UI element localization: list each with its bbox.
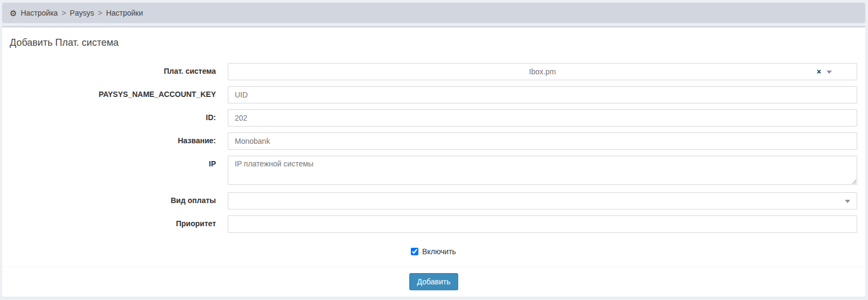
ip-textarea[interactable]: IP платежной системы [228,156,857,185]
chevron-down-icon[interactable] [827,71,832,74]
paysys-label: Плат. система [10,63,228,75]
id-input[interactable] [228,109,857,127]
account-key-input[interactable] [228,86,857,103]
page-title: Добавить Плат. система [10,37,857,48]
enable-checkbox-label[interactable]: Включить [422,247,456,256]
form-row-ip: IP IP платежной системы [10,156,857,186]
enable-checkbox-row: Включить [10,247,857,256]
add-button[interactable]: Добавить [409,273,459,290]
paysys-select[interactable]: Ibox.pm × [228,63,857,80]
form-row-paysys: Плат. система Ibox.pm × [10,63,857,80]
breadcrumb-item-nastroyki[interactable]: Настройки [106,9,143,17]
form-row-payment-type: Вид оплаты [10,192,857,210]
name-input[interactable] [228,132,857,150]
breadcrumb-item-nastroyka[interactable]: Настройка [20,9,58,17]
gear-icon: ⚙ [10,9,17,17]
enable-checkbox[interactable] [411,248,418,255]
breadcrumb: ⚙ Настройка > Paysys > Настройки [2,3,865,23]
breadcrumb-item-paysys[interactable]: Paysys [70,9,94,17]
paysys-selected-value: Ibox.pm [529,67,556,76]
form-row-id: ID: [10,109,857,127]
name-label: Название: [10,132,228,145]
form-row-account-key: PAYSYS_NAME_ACCOUNT_KEY [10,86,857,103]
add-paysys-panel: Добавить Плат. система Плат. система Ibo… [2,26,865,297]
clear-selection-icon[interactable]: × [817,68,821,75]
account-key-label: PAYSYS_NAME_ACCOUNT_KEY [10,86,228,99]
payment-type-label: Вид оплаты [10,192,228,205]
breadcrumb-separator: > [98,9,102,17]
id-label: ID: [10,109,228,122]
page: ⚙ Настройка > Paysys > Настройки Добавит… [0,0,868,300]
priority-label: Приоритет [10,215,228,228]
form-row-name: Название: [10,132,857,150]
priority-input[interactable] [228,215,857,233]
form-row-priority: Приоритет [10,215,857,233]
breadcrumb-separator: > [61,9,66,17]
chevron-down-icon[interactable] [845,200,850,203]
payment-type-select[interactable] [228,192,857,210]
ip-label: IP [10,156,228,168]
panel-footer: Добавить [2,267,865,297]
